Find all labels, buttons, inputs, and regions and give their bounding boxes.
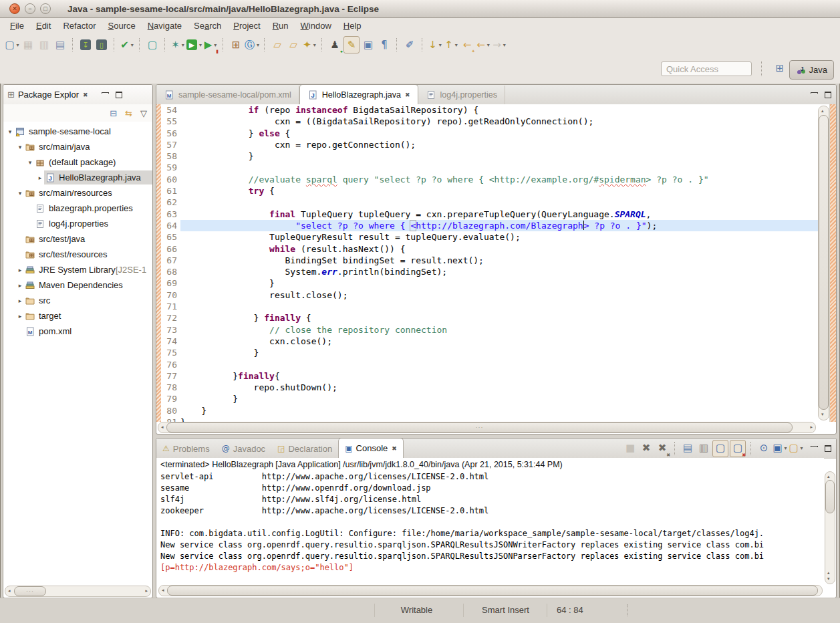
scrollbar-thumb[interactable] — [819, 115, 829, 410]
new-wizard-icon[interactable]: ▢▾ — [5, 37, 19, 53]
tree-item-content[interactable]: log4j.properties — [34, 217, 152, 231]
chevron-right-icon[interactable]: ▸ — [16, 267, 24, 273]
tree-item-pom.xml[interactable]: Mpom.xml — [3, 324, 152, 339]
menu-search[interactable]: Search — [188, 21, 227, 31]
maximize-icon[interactable] — [824, 92, 832, 98]
tree-item-content[interactable]: src/main/java — [24, 140, 152, 154]
chevron-down-icon[interactable]: ▾ — [6, 128, 14, 135]
scroll-down-icon[interactable]: ▾ — [821, 412, 824, 417]
tree-item-content[interactable]: src/test/java — [24, 232, 152, 246]
window-close-icon[interactable]: ✕ — [9, 3, 20, 14]
editor-tab-helloblazegraph.java[interactable]: JHelloBlazegraph.java✖ — [299, 84, 418, 104]
maximize-icon[interactable] — [824, 445, 832, 452]
tree-item-src-test-resources[interactable]: src/test/resources — [3, 247, 152, 262]
tree-item-content[interactable]: JHelloBlazegraph.java — [44, 170, 152, 184]
collapse-all-icon[interactable]: ⊟ — [110, 108, 117, 118]
show-stderr-icon[interactable]: ▢✖ — [730, 440, 746, 457]
scroll-up-icon[interactable]: ▴ — [821, 109, 824, 114]
tree-item-content[interactable]: Maven Dependencies — [24, 278, 152, 292]
tree-item-content[interactable]: src/test/resources — [24, 247, 152, 261]
search-icon[interactable]: ✦▾ — [302, 37, 317, 53]
show-source-range-icon[interactable]: ▣ — [361, 37, 376, 53]
tree-item--default-package-[interactable]: ▾(default package) — [3, 154, 152, 170]
open-task-icon[interactable]: ♟● — [327, 37, 342, 53]
maximize-icon[interactable] — [115, 92, 123, 98]
editor-tab-sample-sesame-local-pom.xml[interactable]: Msample-sesame-local/pom.xml — [156, 86, 299, 104]
export-icon[interactable]: ▱ — [286, 37, 301, 53]
mark-occurrences-icon[interactable]: ✎ — [343, 36, 360, 53]
tree-item-content[interactable]: target — [24, 309, 152, 323]
menu-source[interactable]: Source — [102, 21, 142, 31]
tree-item-log4j.properties[interactable]: log4j.properties — [3, 216, 152, 231]
dropdown-arrow-icon[interactable]: ▾ — [313, 42, 316, 48]
chevron-right-icon[interactable]: ▸ — [36, 174, 44, 181]
print-icon[interactable]: ▤ — [53, 37, 67, 53]
code-editor[interactable]: if (repo instanceof BigdataSailRepositor… — [180, 104, 818, 422]
editor-vscrollbar[interactable]: ▴ ▾ — [818, 106, 829, 420]
tree-item-content[interactable]: blazegraph.properties — [34, 201, 152, 215]
open-console-icon[interactable]: ▢▾ — [789, 441, 803, 457]
new-java-class-icon[interactable]: ▢ — [145, 37, 160, 53]
android-sdk-manager-icon[interactable]: ↧ — [78, 37, 93, 53]
scroll-right-icon[interactable]: ▸ — [145, 589, 148, 594]
clear-console-icon[interactable]: ▤ — [680, 441, 695, 457]
menu-edit[interactable]: Edit — [30, 21, 57, 31]
dropdown-arrow-icon[interactable]: ▾ — [785, 445, 787, 451]
lint-check-icon[interactable]: ✔▾ — [120, 37, 134, 53]
dropdown-arrow-icon[interactable]: ▾ — [182, 42, 184, 48]
console-tab-javadoc[interactable]: @Javadoc — [216, 439, 271, 458]
pin-console-icon[interactable]: ⊙ — [756, 441, 771, 457]
minimize-icon[interactable] — [101, 92, 109, 98]
debug-icon[interactable]: ✶▾ — [170, 37, 185, 53]
scrollbar-thumb[interactable] — [825, 480, 835, 513]
menu-navigate[interactable]: Navigate — [142, 21, 188, 31]
run-coverage-icon[interactable]: ▶▮▾ — [203, 37, 218, 53]
back-icon[interactable]: ←▾ — [476, 37, 491, 53]
menu-project[interactable]: Project — [227, 21, 266, 31]
chevron-down-icon[interactable]: ▾ — [16, 190, 24, 197]
remove-launch-icon[interactable]: ✖ — [639, 441, 654, 457]
close-icon[interactable]: ✖ — [392, 445, 397, 452]
minimize-icon[interactable] — [810, 92, 818, 98]
java-perspective-button[interactable]: J Java — [789, 60, 834, 80]
tree-item-sample-sesame-local[interactable]: ▾sample-sesame-local — [3, 124, 152, 139]
package-explorer-hscrollbar[interactable]: ◂ ▸ ··· — [5, 586, 151, 597]
tree-item-src-main-java[interactable]: ▾src/main/java — [3, 139, 152, 154]
dropdown-arrow-icon[interactable]: ▾ — [131, 42, 134, 48]
editor-hscrollbar[interactable]: ◂ ▸ ··· — [158, 422, 816, 433]
chevron-down-icon[interactable]: ▾ — [16, 144, 24, 150]
menu-window[interactable]: Window — [295, 21, 337, 31]
next-annotation-icon[interactable]: ↓▾ — [428, 37, 442, 53]
show-whitespace-icon[interactable]: ¶ — [377, 37, 392, 53]
window-minimize-icon[interactable]: − — [25, 3, 35, 14]
scroll-down-icon[interactable]: ▾ — [827, 577, 830, 582]
tree-item-content[interactable]: (default package) — [34, 155, 152, 169]
tree-item-target[interactable]: ▸target — [3, 308, 152, 324]
remove-all-launches-icon[interactable]: ✖✖ — [655, 441, 670, 457]
tree-item-maven-dependencies[interactable]: ▸Maven Dependencies — [3, 277, 152, 293]
block-selection-icon[interactable]: ✐ — [402, 37, 417, 53]
previous-annotation-icon[interactable]: ↑▾ — [444, 37, 458, 53]
scroll-up-icon[interactable]: ▴ — [827, 475, 830, 479]
tree-item-blazegraph.properties[interactable]: blazegraph.properties — [3, 201, 152, 216]
chevron-right-icon[interactable]: ▸ — [16, 297, 24, 304]
menu-run[interactable]: Run — [267, 21, 295, 31]
dropdown-arrow-icon[interactable]: ▾ — [487, 42, 490, 48]
tree-item-src-main-resources[interactable]: ▾src/main/resources — [3, 185, 152, 201]
chevron-right-icon[interactable]: ▸ — [16, 282, 24, 289]
menu-help[interactable]: Help — [337, 21, 368, 31]
console-hscrollbar[interactable]: ◂ — [158, 585, 823, 596]
close-icon[interactable]: ✖ — [405, 92, 410, 98]
last-edit-location-icon[interactable]: ←✦ — [460, 37, 474, 53]
dropdown-arrow-icon[interactable]: ▾ — [439, 42, 442, 48]
console-output[interactable]: servlet-api http://www.apache.org/licens… — [156, 471, 824, 584]
console-tab-problems[interactable]: ⚠Problems — [156, 439, 216, 458]
tree-item-content[interactable]: src — [24, 293, 152, 307]
show-stdout-icon[interactable]: ▢ — [712, 440, 728, 457]
tree-item-content[interactable]: JRE System Library [J2SE-1 — [24, 263, 152, 277]
tree-item-src-test-java[interactable]: src/test/java — [3, 231, 152, 247]
editor-tab-log4j.properties[interactable]: log4j.properties — [418, 86, 505, 104]
dropdown-arrow-icon[interactable]: ▾ — [17, 42, 19, 48]
scrollbar-thumb[interactable]: ··· — [14, 586, 46, 596]
scrollbar-thumb[interactable]: ··· — [166, 422, 793, 432]
